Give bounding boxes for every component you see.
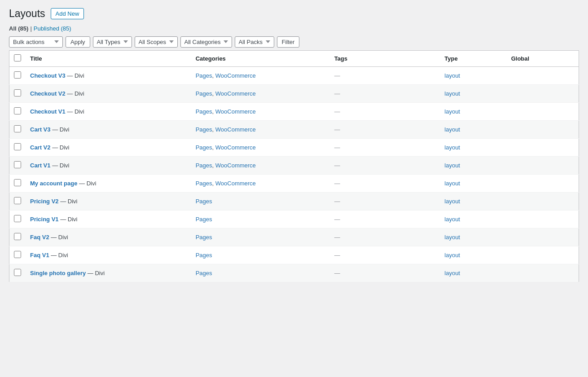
all-filter[interactable]: All (85) [9, 25, 28, 32]
select-all-checkbox[interactable] [14, 54, 21, 61]
row-checkbox[interactable] [14, 215, 21, 222]
page-title: Layouts [9, 7, 45, 21]
row-checkbox[interactable] [14, 161, 21, 168]
published-filter[interactable]: Published (85) [34, 25, 71, 32]
all-categories-select[interactable]: All Categories [180, 36, 232, 48]
category-link[interactable]: Pages [196, 72, 212, 79]
table-row: Cart V2 — DiviPages, WooCommerce—layout [9, 138, 579, 156]
category-link[interactable]: WooCommerce [215, 180, 256, 187]
category-link[interactable]: Pages [196, 252, 212, 259]
row-checkbox[interactable] [14, 197, 21, 204]
category-link[interactable]: Pages [196, 270, 212, 276]
title-suffix: — Divi [60, 216, 77, 223]
layout-title-link[interactable]: Checkout V2 — Divi [30, 90, 84, 97]
global-cell [507, 264, 579, 282]
category-link[interactable]: WooCommerce [215, 144, 256, 151]
category-link[interactable]: WooCommerce [215, 72, 256, 79]
type-link[interactable]: layout [444, 216, 460, 223]
type-link[interactable]: layout [444, 198, 460, 205]
select-all-column[interactable] [9, 50, 26, 66]
category-link[interactable]: Pages [196, 162, 212, 169]
tags-cell: — [330, 84, 440, 102]
filter-button[interactable]: Filter [277, 36, 300, 48]
table-row: Checkout V1 — DiviPages, WooCommerce—lay… [9, 102, 579, 120]
category-link[interactable]: WooCommerce [215, 90, 256, 97]
global-column-header[interactable]: Global [507, 50, 579, 66]
global-cell [507, 120, 579, 138]
title-column-header[interactable]: Title [26, 50, 191, 66]
row-checkbox-cell [9, 120, 26, 138]
categories-cell: Pages [191, 210, 330, 228]
all-scopes-select[interactable]: All Scopes [135, 36, 178, 48]
all-packs-select[interactable]: All Packs [235, 36, 274, 48]
table-row: Single photo gallery — DiviPages—layout [9, 264, 579, 282]
layout-title-link[interactable]: Single photo gallery — Divi [30, 270, 105, 276]
type-link[interactable]: layout [444, 126, 460, 133]
categories-column-header[interactable]: Categories [191, 50, 330, 66]
row-checkbox[interactable] [14, 125, 21, 132]
tags-cell: — [330, 66, 440, 84]
type-link[interactable]: layout [444, 72, 460, 79]
layout-title-link[interactable]: Pricing V1 — Divi [30, 216, 77, 223]
row-checkbox[interactable] [14, 233, 21, 240]
layout-title-link[interactable]: Checkout V3 — Divi [30, 72, 84, 79]
title-suffix: — Divi [51, 252, 68, 259]
layout-title-link[interactable]: Faq V1 — Divi [30, 252, 68, 259]
type-link[interactable]: layout [444, 234, 460, 241]
apply-button[interactable]: Apply [66, 36, 90, 48]
category-link[interactable]: Pages [196, 180, 212, 187]
row-checkbox[interactable] [14, 269, 21, 276]
layout-title-link[interactable]: Cart V2 — Divi [30, 144, 69, 151]
type-link[interactable]: layout [444, 144, 460, 151]
tags-value: — [334, 108, 340, 115]
category-link[interactable]: WooCommerce [215, 126, 256, 133]
bulk-actions-select[interactable]: Bulk actions [9, 36, 63, 48]
category-link[interactable]: Pages [196, 198, 212, 205]
table-row: Pricing V1 — DiviPages—layout [9, 210, 579, 228]
categories-cell: Pages [191, 246, 330, 264]
category-link[interactable]: WooCommerce [215, 162, 256, 169]
layout-title-link[interactable]: Checkout V1 — Divi [30, 108, 84, 115]
type-column-header[interactable]: Type [440, 50, 506, 66]
layout-title-link[interactable]: My account page — Divi [30, 180, 96, 187]
tags-column-header[interactable]: Tags [330, 50, 440, 66]
title-cell: Single photo gallery — Divi [26, 264, 191, 282]
type-link[interactable]: layout [444, 162, 460, 169]
global-cell [507, 192, 579, 210]
category-link[interactable]: Pages [196, 234, 212, 241]
row-checkbox[interactable] [14, 143, 21, 150]
tags-cell: — [330, 210, 440, 228]
row-checkbox[interactable] [14, 179, 21, 186]
category-link[interactable]: Pages [196, 108, 212, 115]
row-checkbox[interactable] [14, 251, 21, 258]
layout-title-link[interactable]: Cart V1 — Divi [30, 162, 69, 169]
table-row: Checkout V2 — DiviPages, WooCommerce—lay… [9, 84, 579, 102]
type-cell: layout [440, 246, 506, 264]
type-link[interactable]: layout [444, 270, 460, 276]
category-link[interactable]: WooCommerce [215, 108, 256, 115]
category-link[interactable]: Pages [196, 216, 212, 223]
tags-value: — [334, 270, 340, 276]
type-link[interactable]: layout [444, 252, 460, 259]
category-link[interactable]: Pages [196, 144, 212, 151]
category-link[interactable]: Pages [196, 90, 212, 97]
layout-title-link[interactable]: Pricing V2 — Divi [30, 198, 77, 205]
table-header-row: Title Categories Tags Type Global [9, 50, 579, 66]
row-checkbox[interactable] [14, 71, 21, 79]
tags-cell: — [330, 138, 440, 156]
layout-title-link[interactable]: Faq V2 — Divi [30, 234, 68, 241]
type-link[interactable]: layout [444, 108, 460, 115]
type-link[interactable]: layout [444, 180, 460, 187]
tags-value: — [334, 72, 340, 79]
type-link[interactable]: layout [444, 90, 460, 97]
add-new-button[interactable]: Add New [51, 8, 84, 19]
row-checkbox[interactable] [14, 89, 21, 96]
category-link[interactable]: Pages [196, 126, 212, 133]
title-suffix: — Divi [52, 126, 69, 133]
layouts-table: Title Categories Tags Type Global Checko… [9, 50, 579, 282]
layout-title-link[interactable]: Cart V3 — Divi [30, 126, 69, 133]
all-types-select[interactable]: All Types [93, 36, 132, 48]
row-checkbox[interactable] [14, 107, 21, 114]
type-cell: layout [440, 138, 506, 156]
categories-cell: Pages, WooCommerce [191, 138, 330, 156]
